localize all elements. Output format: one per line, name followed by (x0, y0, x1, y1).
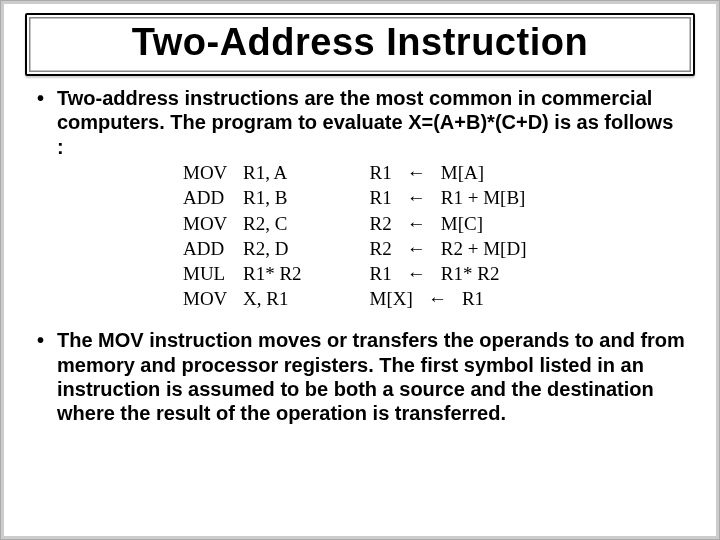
operands: R2, C (243, 212, 287, 235)
asm-line: ADDR1, B (183, 186, 302, 209)
rtl-src: M[C] (441, 212, 483, 235)
mnemonic: ADD (183, 186, 231, 209)
rtl-line: R1←M[A] (370, 161, 527, 184)
rtl-dst: R1 (370, 161, 392, 184)
bullet-item: Two-address instructions are the most co… (35, 86, 685, 310)
rtl-line: R1←R1 + M[B] (370, 186, 527, 209)
operands: R1, A (243, 161, 287, 184)
rtl-dst: M[X] (370, 287, 413, 310)
arrow-icon: ← (425, 287, 450, 310)
rtl-dst: R2 (370, 212, 392, 235)
mnemonic: MOV (183, 287, 231, 310)
bullet-text: The MOV instruction moves or transfers t… (57, 329, 685, 424)
slide-title: Two-Address Instruction (37, 21, 683, 64)
rtl-line: R2←R2 + M[D] (370, 237, 527, 260)
mnemonic: MUL (183, 262, 231, 285)
asm-line: ADDR2, D (183, 237, 302, 260)
rtl-src: R1 (462, 287, 484, 310)
arrow-icon: ← (404, 262, 429, 285)
title-frame: Two-Address Instruction (25, 13, 695, 76)
slide-body: Two-address instructions are the most co… (1, 82, 719, 426)
rtl-dst: R2 (370, 237, 392, 260)
operands: R2, D (243, 237, 288, 260)
rtl-src: R2 + M[D] (441, 237, 527, 260)
bullet-item: The MOV instruction moves or transfers t… (35, 328, 685, 426)
arrow-icon: ← (404, 212, 429, 235)
slide: Two-Address Instruction Two-address inst… (0, 0, 720, 540)
mnemonic: MOV (183, 212, 231, 235)
asm-line: MOVR2, C (183, 212, 302, 235)
rtl-line: R1←R1* R2 (370, 262, 527, 285)
asm-line: MOVX, R1 (183, 287, 302, 310)
rtl-src: M[A] (441, 161, 484, 184)
rtl-dst: R1 (370, 186, 392, 209)
code-block: MOVR1, A ADDR1, B MOVR2, C ADDR2, D MULR… (183, 161, 685, 310)
rtl-dst: R1 (370, 262, 392, 285)
asm-column: MOVR1, A ADDR1, B MOVR2, C ADDR2, D MULR… (183, 161, 302, 310)
rtl-line: R2←M[C] (370, 212, 527, 235)
arrow-icon: ← (404, 237, 429, 260)
arrow-icon: ← (404, 186, 429, 209)
operands: X, R1 (243, 287, 288, 310)
asm-line: MOVR1, A (183, 161, 302, 184)
rtl-line: M[X]←R1 (370, 287, 527, 310)
bullet-text: Two-address instructions are the most co… (57, 87, 673, 133)
arrow-icon: ← (404, 161, 429, 184)
operands: R1* R2 (243, 262, 302, 285)
rtl-src: R1* R2 (441, 262, 500, 285)
bullet-text-cont: : (57, 136, 64, 158)
rtl-src: R1 + M[B] (441, 186, 526, 209)
operands: R1, B (243, 186, 287, 209)
mnemonic: ADD (183, 237, 231, 260)
asm-line: MULR1* R2 (183, 262, 302, 285)
mnemonic: MOV (183, 161, 231, 184)
bullet-list: Two-address instructions are the most co… (35, 86, 685, 426)
rtl-column: R1←M[A] R1←R1 + M[B] R2←M[C] R2←R2 + M[D… (370, 161, 527, 310)
